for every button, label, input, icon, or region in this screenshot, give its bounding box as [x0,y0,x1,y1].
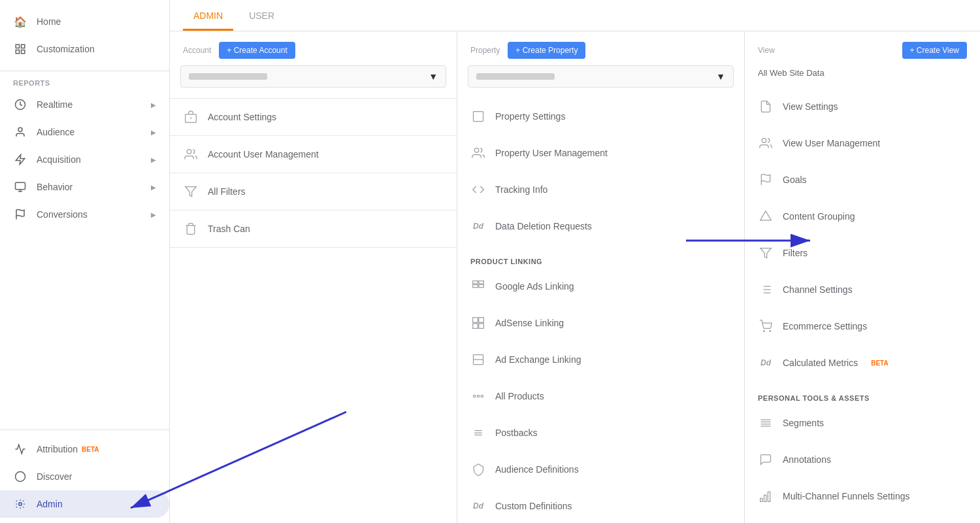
google-ads-label: Google Ads Linking [495,281,574,292]
google-ads-icon [470,278,486,294]
svg-point-12 [19,503,22,506]
sidebar-item-admin[interactable]: Admin [0,490,169,518]
account-settings-item[interactable]: Account Settings [170,101,457,133]
sidebar-item-audience[interactable]: Audience ▶ [0,118,169,146]
acquisition-label: Acquisition [37,154,81,165]
div4 [170,247,457,248]
adsense-item[interactable]: AdSense Linking [457,307,744,339]
sidebar-item-behavior[interactable]: Behavior ▶ [0,173,169,201]
filters-item[interactable]: Filters [745,237,980,269]
view-user-mgmt-item[interactable]: View User Management [745,127,980,159]
create-account-button[interactable]: + Create Account [219,42,295,59]
adsense-icon [470,315,486,331]
calculated-metrics-label: Calculated Metrics [783,358,858,368]
audience-definitions-label: Audience Definitions [495,464,579,475]
ecommerce-settings-item[interactable]: Ecommerce Settings [745,311,980,342]
all-products-item[interactable]: All Products [457,380,744,412]
account-settings-icon [183,109,199,125]
discover-label: Discover [37,471,72,482]
sidebar-item-customization[interactable]: Customization [0,35,169,63]
svg-rect-26 [479,324,484,329]
view-header-right: + Create View [902,42,968,59]
attribution-beta: BETA [82,446,99,453]
tab-admin[interactable]: ADMIN [183,1,233,31]
sidebar-item-realtime[interactable]: Realtime ▶ [0,91,169,118]
custom-definitions-item[interactable]: Dd Custom Definitions [457,490,744,522]
svg-point-5 [18,127,22,131]
audience-expand: ▶ [151,129,156,136]
goals-item[interactable]: Goals [745,164,980,195]
account-dropdown-text [189,73,267,80]
multi-channel-item[interactable]: Multi-Channel Funnels Settings [745,481,980,512]
goals-label: Goals [783,175,807,185]
segments-item[interactable]: Segments [745,407,980,439]
account-header: Account + Create Account [170,31,457,65]
view-settings-item[interactable]: View Settings [745,91,980,122]
trash-can-label: Trash Can [208,224,250,234]
account-user-mgmt-item[interactable]: Account User Management [170,139,457,170]
channel-settings-icon [758,282,774,297]
sidebar-item-discover[interactable]: Discover [0,463,169,490]
tab-user[interactable]: USER [238,1,285,31]
ad-exchange-item[interactable]: Ad Exchange Linking [457,344,744,375]
tabs-bar: ADMIN USER [170,0,980,31]
filters-label: Filters [783,248,808,258]
channel-settings-item[interactable]: Channel Settings [745,274,980,305]
sidebar-home-label: Home [37,16,61,27]
tracking-info-label: Tracking Info [495,184,547,195]
postbacks-label: Postbacks [495,428,538,438]
behavior-icon [13,180,27,194]
property-dropdown[interactable]: ▼ [468,65,734,88]
data-deletion-item[interactable]: Dd Data Deletion Requests [457,211,744,242]
property-user-mgmt-item[interactable]: Property User Management [457,137,744,169]
attribution-label: Attribution [37,444,78,454]
trash-can-item[interactable]: Trash Can [170,213,457,245]
product-linking-label: PRODUCT LINKING [457,247,744,271]
property-settings-label: Property Settings [495,111,565,122]
goals-icon [758,172,774,188]
sidebar-item-home[interactable]: 🏠 Home [0,8,169,35]
home-icon: 🏠 [13,14,27,29]
sidebar-item-conversions[interactable]: Conversions ▶ [0,201,169,228]
property-settings-icon [470,109,486,124]
audience-label: Audience [37,127,74,137]
svg-rect-3 [22,50,25,54]
svg-point-18 [474,148,479,153]
create-property-button[interactable]: + Create Property [508,42,585,59]
property-settings-item[interactable]: Property Settings [457,101,744,132]
calculated-metrics-item[interactable]: Dd Calculated Metrics BETA [745,347,980,379]
account-dropdown[interactable]: ▼ [180,65,446,88]
acquisition-expand: ▶ [151,156,156,163]
property-dropdown-arrow: ▼ [716,71,725,82]
behavior-expand: ▶ [151,184,156,191]
svg-rect-49 [768,492,770,501]
custom-definitions-label: Custom Definitions [495,501,572,511]
postbacks-item[interactable]: Postbacks [457,417,744,448]
create-view-button[interactable]: + Create View [902,42,968,59]
admin-icon [13,497,27,511]
filters-icon [758,245,774,261]
discover-icon [13,469,27,484]
annotations-item[interactable]: Annotations [745,444,980,475]
tracking-info-item[interactable]: Tracking Info [457,174,744,205]
all-filters-label: All Filters [208,186,246,197]
svg-point-41 [764,331,765,332]
audience-definitions-item[interactable]: Audience Definitions [457,454,744,485]
content-grouping-item[interactable]: Content Grouping [745,201,980,232]
custom-channel-grouping-item[interactable]: Custom Channel Grouping BETA [745,517,980,523]
sidebar-item-attribution[interactable]: Attribution BETA [0,435,169,463]
realtime-icon [13,97,27,112]
google-ads-item[interactable]: Google Ads Linking [457,271,744,302]
sidebar-item-acquisition[interactable]: Acquisition ▶ [0,146,169,173]
svg-rect-22 [479,285,484,288]
ecommerce-settings-label: Ecommerce Settings [783,321,867,331]
property-column: Property + Create Property ▼ Property Se… [457,31,745,523]
svg-rect-17 [474,112,483,122]
all-filters-item[interactable]: All Filters [170,176,457,207]
account-divider [170,98,457,99]
property-dropdown-text [476,73,555,80]
svg-point-11 [16,472,25,482]
sidebar-bottom: Attribution BETA Discover Admin [0,430,169,523]
property-header-label: Property [470,46,500,55]
svg-point-30 [477,395,479,397]
